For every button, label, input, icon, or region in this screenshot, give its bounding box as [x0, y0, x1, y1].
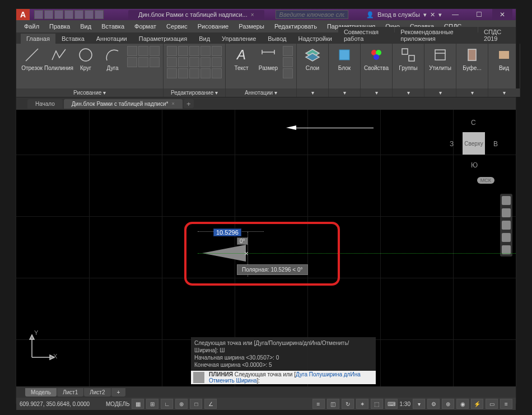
rect-icon[interactable] [127, 46, 137, 56]
trim-icon[interactable] [189, 46, 199, 56]
annotation-scale[interactable]: 1:30 [400, 401, 410, 407]
mtext-icon[interactable] [283, 68, 293, 78]
qat-open-icon[interactable] [44, 10, 53, 19]
ribbon-tab-addins[interactable]: Надстройки [293, 34, 338, 44]
cmd-opt-width[interactable]: Ширина [236, 377, 256, 384]
snap-toggle-icon[interactable]: ⊞ [146, 399, 158, 409]
text-button[interactable]: A Текст [229, 46, 254, 71]
rotate-icon[interactable] [178, 46, 188, 56]
copy-icon[interactable] [167, 57, 177, 67]
panel-groups-title[interactable]: ▾ [393, 88, 424, 97]
app-logo[interactable]: A [16, 9, 30, 20]
account-icon[interactable]: 👤 [366, 11, 374, 18]
wcs-badge[interactable]: МСК [477, 177, 494, 184]
osnap-toggle-icon[interactable]: □ [190, 399, 202, 409]
move-icon[interactable] [167, 46, 177, 56]
drawing-canvas[interactable]: С З В Ю Сверху МСК × 10.5296 0° Полярная… [16, 110, 516, 386]
menu-tools[interactable]: Сервис [162, 21, 192, 31]
cmd-opt-undo[interactable]: Отменить [209, 377, 235, 384]
point-icon[interactable] [138, 57, 148, 67]
qat-undo-icon[interactable] [85, 10, 94, 19]
menu-format[interactable]: Формат [130, 21, 161, 31]
doc-tab-close-icon[interactable]: × [171, 101, 174, 106]
hardware-accel-icon[interactable]: ⚡ [471, 399, 483, 409]
qat-saveas-icon[interactable] [64, 10, 73, 19]
command-line-icon[interactable] [193, 372, 204, 383]
coordinate-display[interactable]: 609.9027, 350.6648, 0.0000 [20, 401, 104, 407]
spline-icon[interactable] [127, 57, 137, 67]
workspace-switch-icon[interactable]: ⚙ [427, 399, 440, 409]
polyline-button[interactable]: Полилиния [46, 46, 71, 71]
ribbon-tab-insert[interactable]: Вставка [56, 34, 90, 44]
menu-file[interactable]: Файл [20, 21, 44, 31]
leader-icon[interactable] [283, 46, 293, 56]
doc-tab-start[interactable]: Начало [27, 99, 63, 109]
doc-tab-active[interactable]: Дин.блок Рамки с таблицей надписи* × [64, 99, 183, 109]
title-tab-close-icon[interactable]: × [251, 12, 254, 18]
fillet-icon[interactable] [189, 57, 199, 67]
utilities-button[interactable]: Утилиты [428, 46, 452, 71]
sign-in-chevron-icon[interactable]: ▾ [423, 11, 427, 18]
panel-view-title[interactable]: ▾ [488, 88, 520, 97]
mirror-icon[interactable] [178, 57, 188, 67]
otrack-toggle-icon[interactable]: ∠ [204, 399, 217, 409]
qat-redo-icon[interactable] [95, 10, 104, 19]
erase-icon[interactable] [200, 46, 211, 56]
break-icon[interactable] [200, 68, 211, 78]
ribbon-tab-view[interactable]: Вид [193, 34, 216, 44]
view-cube[interactable]: С З В Ю Сверху [449, 115, 499, 183]
polar-toggle-icon[interactable]: ⊕ [175, 399, 188, 409]
circle-button[interactable]: Круг [73, 46, 98, 71]
clean-screen-icon[interactable]: ▭ [486, 399, 498, 409]
cmd-opt-length[interactable]: длИна [344, 371, 361, 377]
viewcube-top-face[interactable]: Сверху [463, 132, 485, 155]
menu-view[interactable]: Вид [76, 21, 96, 31]
command-line-text[interactable]: ПЛИНИЯ Следующая точка или [Дуга Полушир… [207, 371, 376, 384]
pan-icon[interactable] [502, 208, 511, 217]
ribbon-tab-parametric[interactable]: Параметризация [133, 34, 193, 44]
region-icon[interactable] [150, 57, 160, 67]
cmd-opt-halfwidth[interactable]: Полуширина [309, 371, 342, 377]
line-button[interactable]: Отрезок [20, 46, 44, 71]
qat-new-icon[interactable] [34, 10, 43, 19]
menu-insert[interactable]: Вставка [97, 21, 129, 31]
layout-tab-model[interactable]: Модель [25, 388, 57, 397]
new-doc-tab-button[interactable]: + [184, 99, 194, 108]
cmd-opt-arc[interactable]: Дуга [296, 371, 307, 377]
panel-layers-title[interactable]: ▾ [297, 88, 328, 97]
scale-icon[interactable] [178, 68, 188, 78]
stretch-icon[interactable] [167, 68, 177, 78]
layout-tab-add[interactable]: + [111, 388, 126, 397]
orbit-icon[interactable] [502, 233, 511, 242]
isolate-objects-icon[interactable]: ◉ [456, 399, 469, 409]
ellipse-icon[interactable] [138, 46, 148, 56]
dimension-button[interactable]: Размер [256, 46, 281, 71]
qat-save-icon[interactable] [54, 10, 63, 19]
dynamic-distance-input[interactable]: 10.5296 [213, 229, 241, 236]
dyn-input-toggle-icon[interactable]: ⌨ [385, 399, 398, 409]
help-chevron-icon[interactable]: ▾ [438, 11, 442, 18]
transparency-toggle-icon[interactable]: ◫ [327, 399, 339, 409]
ortho-toggle-icon[interactable]: ∟ [161, 399, 173, 409]
offset-icon[interactable] [212, 57, 222, 67]
exchange-icon[interactable]: ✕ [430, 11, 435, 18]
ribbon-tab-manage[interactable]: Управление [216, 34, 262, 44]
panel-modify-title[interactable]: Редактирование ▾ [164, 88, 225, 97]
ribbon-tab-spds[interactable]: СПДС 2019 [478, 27, 516, 44]
viewcube-north[interactable]: С [471, 119, 476, 127]
minimize-button[interactable]: — [445, 9, 465, 20]
ribbon-tab-annotate[interactable]: Аннотации [91, 34, 133, 44]
panel-properties-title[interactable]: ▾ [361, 88, 392, 97]
qat-plot-icon[interactable] [74, 10, 83, 19]
sign-in-label[interactable]: Вход в службы [377, 11, 420, 18]
arc-button[interactable]: Дуга [100, 46, 125, 71]
layout-tab-sheet1[interactable]: Лист1 [57, 388, 83, 397]
ucs-icon[interactable]: X Y [26, 329, 60, 364]
command-line[interactable]: ПЛИНИЯ Следующая точка или [Дуга Полушир… [191, 371, 376, 384]
panel-utilities-title[interactable]: ▾ [424, 88, 456, 97]
layout-tab-sheet2[interactable]: Лист2 [84, 388, 110, 397]
ribbon-tab-collaborate[interactable]: Совместная работа [338, 27, 394, 44]
lineweight-toggle-icon[interactable]: ≡ [312, 399, 325, 409]
join-icon[interactable] [212, 68, 222, 78]
3dosnap-toggle-icon[interactable]: ✶ [356, 399, 368, 409]
